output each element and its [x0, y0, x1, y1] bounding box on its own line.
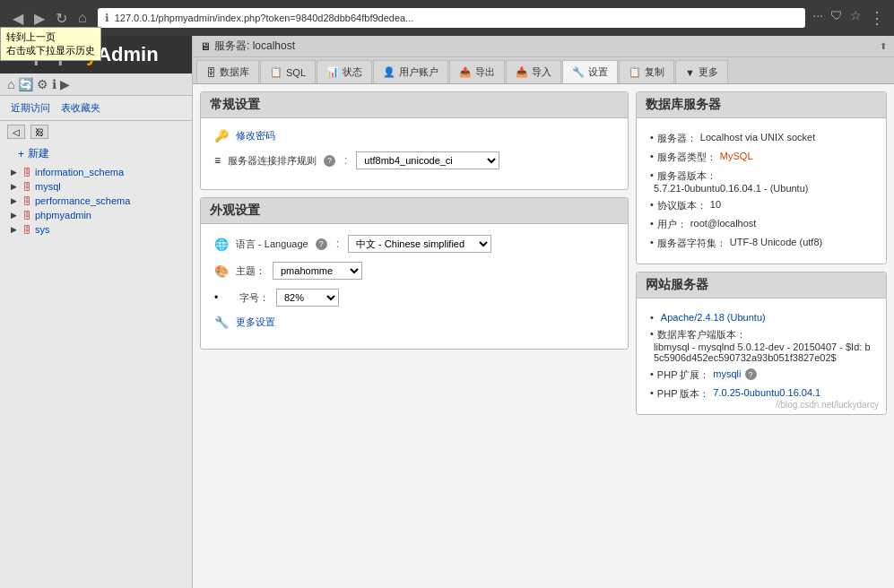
db-server-row-3: • 协议版本： 10 — [650, 196, 872, 215]
language-help-icon[interactable]: ? — [316, 238, 327, 250]
expand-icon-4: ▶ — [11, 225, 17, 234]
web-help-icon[interactable]: ? — [745, 368, 757, 380]
db-item-sys[interactable]: ▶ 🗄 sys — [0, 222, 192, 237]
tab-status-label: 状态 — [343, 65, 362, 79]
collapse-server-btn[interactable]: ⬆ — [880, 41, 887, 51]
language-select[interactable]: 中文 - Chinese simplified — [348, 235, 491, 253]
collation-select[interactable]: utf8mb4_unicode_ci — [356, 151, 499, 169]
expand-icon-3: ▶ — [11, 211, 17, 220]
watermark: //blog.csdn.net/luckydarcy — [776, 400, 879, 410]
tooltip-box: 转到上一页 右击或下拉显示历史 — [0, 27, 101, 61]
tab-database-label: 数据库 — [220, 65, 249, 79]
expand-icon-1: ▶ — [11, 182, 17, 191]
db-name-4: sys — [35, 224, 50, 235]
settings-sidebar-icon[interactable]: ⚙ — [37, 77, 48, 91]
collation-row: ≡ 服务器连接排序规则 ? : utf8mb4_unicode_ci — [214, 151, 614, 169]
web-value-1: libmysql - mysqlnd 5.0.12-dev - 20150407… — [654, 342, 872, 363]
tab-sql-label: SQL — [286, 67, 306, 78]
fontsize-select[interactable]: 82% — [276, 289, 339, 307]
forward-button[interactable]: ▶ — [30, 8, 48, 29]
tab-import-label: 导入 — [532, 65, 551, 79]
db-item-mysql[interactable]: ▶ 🗄 mysql — [0, 179, 192, 194]
fontsize-row: • 字号： 82% — [214, 289, 614, 307]
tab-database[interactable]: 🗄 数据库 — [196, 60, 259, 83]
password-icon: 🔑 — [214, 129, 229, 143]
server-title-bar: 🖥 服务器: localhost ⬆ — [193, 36, 894, 57]
db-item-phpmyadmin[interactable]: ▶ 🗄 phpmyadmin — [0, 208, 192, 222]
tooltip-line2: 右击或下拉显示历史 — [6, 44, 95, 57]
new-db-button[interactable]: + 新建 — [0, 143, 192, 165]
star-icon[interactable]: ☆ — [850, 8, 862, 28]
favorites-link[interactable]: 表收藏夹 — [57, 99, 104, 117]
tab-status[interactable]: 📊 状态 — [317, 60, 372, 83]
db-name-2: performance_schema — [35, 195, 130, 206]
tab-user-accounts[interactable]: 👤 用户账户 — [373, 60, 448, 83]
web-server-row-1: • 数据库客户端版本： libmysql - mysqlnd 5.0.12-de… — [650, 325, 872, 366]
tab-status-icon: 📊 — [326, 66, 339, 78]
change-password-row: 🔑 修改密码 — [214, 129, 614, 143]
tab-more[interactable]: ▼ 更多 — [675, 60, 728, 83]
db-server-row-4: • 用户： root@localhost — [650, 215, 872, 234]
tab-sql[interactable]: 📋 SQL — [260, 60, 316, 83]
language-icon: 🌐 — [214, 238, 229, 251]
db-icon-4: 🗄 — [22, 225, 31, 235]
web-label-3: PHP 版本： — [657, 387, 709, 401]
bookmark-icon[interactable]: ··· — [812, 8, 823, 28]
bullet-2: • — [650, 169, 654, 183]
db-server-panel: 数据库服务器 • 服务器： Localhost via UNIX socket … — [636, 91, 887, 264]
general-settings-panel: 常规设置 🔑 修改密码 ≡ 服务器连接排序规则 ? : — [200, 91, 629, 190]
shield-icon: 🛡 — [830, 8, 843, 28]
db-item-information_schema[interactable]: ▶ 🗄 information_schema — [0, 165, 192, 179]
console-sidebar-icon[interactable]: ▶ — [60, 77, 70, 91]
db-value-3: 10 — [710, 199, 721, 212]
web-label-2: PHP 扩展： — [657, 368, 709, 382]
tab-more-icon: ▼ — [685, 67, 695, 78]
db-server-row-0: • 服务器： Localhost via UNIX socket — [650, 129, 872, 148]
browser-icons: ··· 🛡 ☆ ⋮ — [812, 8, 885, 28]
recent-visits-link[interactable]: 近期访问 — [7, 99, 54, 117]
web-value-2: mysqli — [713, 368, 741, 382]
menu-icon[interactable]: ⋮ — [869, 8, 885, 28]
panels-container: 常规设置 🔑 修改密码 ≡ 服务器连接排序规则 ? : — [193, 84, 894, 588]
home-button[interactable]: ⌂ — [74, 8, 91, 28]
change-password-link[interactable]: 修改密码 — [236, 129, 275, 143]
left-panels: 常规设置 🔑 修改密码 ≡ 服务器连接排序规则 ? : — [200, 91, 629, 581]
info-sidebar-icon[interactable]: ℹ — [52, 77, 56, 91]
logo-admin: Admin — [97, 43, 158, 65]
bullet-0: • — [650, 132, 654, 145]
appearance-settings-header: 外观设置 — [201, 198, 628, 224]
tab-settings-label: 设置 — [588, 65, 608, 79]
more-settings-link[interactable]: 更多设置 — [236, 316, 275, 329]
db-icon-2: 🗄 — [22, 196, 31, 206]
tab-export[interactable]: 📤 导出 — [449, 60, 505, 83]
db-item-performance_schema[interactable]: ▶ 🗄 performance_schema — [0, 194, 192, 208]
refresh-sidebar-icon[interactable]: 🔄 — [18, 77, 33, 91]
browser-chrome: 转到上一页 右击或下拉显示历史 ◀ ▶ ↻ ⌂ ℹ 127.0.0.1/phpm… — [0, 0, 894, 36]
web-value-0: Apache/2.4.18 (Ubuntu) — [661, 312, 766, 323]
db-icon-0: 🗄 — [22, 168, 31, 177]
collation-help-icon[interactable]: ? — [324, 155, 335, 167]
web-label-1: 数据库客户端版本： — [657, 328, 746, 342]
tab-import[interactable]: 📥 导入 — [506, 60, 561, 83]
address-bar[interactable]: ℹ 127.0.0.1/phpmyadmin/index.php?token=9… — [98, 8, 806, 28]
sidebar-actions: ◁ ⛓ — [0, 121, 192, 143]
tab-settings[interactable]: 🔧 设置 — [562, 60, 618, 83]
server-icon: 🖥 — [200, 40, 211, 53]
tab-export-label: 导出 — [475, 65, 495, 79]
chain-button[interactable]: ⛓ — [30, 125, 48, 139]
db-label-2: 服务器版本： — [657, 169, 716, 183]
collapse-button[interactable]: ◁ — [7, 125, 25, 139]
home-sidebar-icon[interactable]: ⌂ — [7, 77, 14, 91]
tab-replication[interactable]: 📋 复制 — [619, 60, 674, 83]
tab-database-icon: 🗄 — [206, 67, 216, 78]
bullet-4: • — [650, 218, 654, 231]
general-settings-body: 🔑 修改密码 ≡ 服务器连接排序规则 ? : utf8mb4_unicode_c… — [201, 118, 628, 189]
language-label: 语言 - Language — [236, 238, 308, 251]
tab-more-label: 更多 — [699, 65, 718, 79]
theme-select[interactable]: pmahomme — [273, 262, 362, 280]
db-server-body: • 服务器： Localhost via UNIX socket • 服务器类型… — [637, 118, 886, 264]
bullet-icon: • — [214, 291, 232, 304]
reload-button[interactable]: ↻ — [52, 8, 71, 29]
back-button[interactable]: ◀ — [9, 8, 27, 29]
db-label-4: 用户： — [657, 218, 687, 231]
